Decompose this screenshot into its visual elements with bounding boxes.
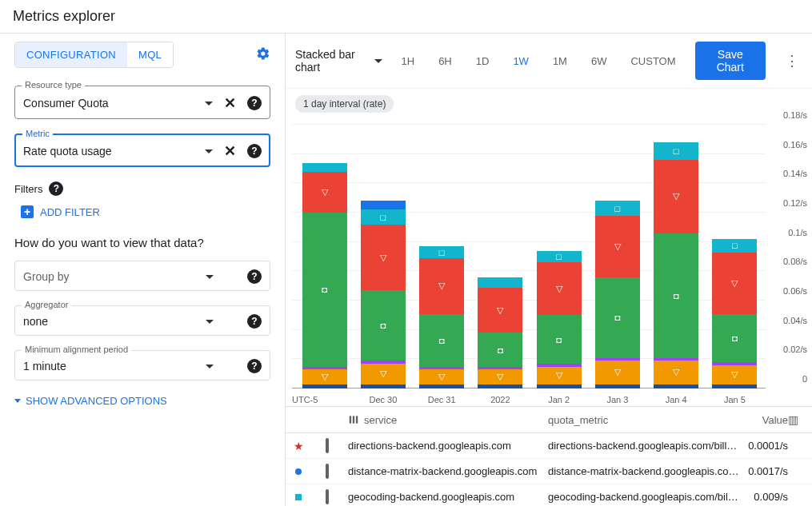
bar-column[interactable]: □▽◘▽ [537, 251, 582, 388]
min-align-label: Minimum alignment period [22, 345, 131, 354]
legend-quota-metric: distance-matrix-backend.googleapis.com/l [548, 465, 740, 477]
view-question: How do you want to view that data? [14, 236, 270, 249]
bar-column[interactable]: □▽◘▽ [419, 246, 464, 388]
x-tick-label: Dec 31 [419, 395, 464, 404]
bar-segment-orange-a: ▽ [361, 364, 406, 384]
help-icon[interactable]: ? [247, 96, 262, 110]
chevron-down-icon[interactable] [206, 275, 214, 279]
bar-segment-teal-a: □ [712, 239, 757, 253]
configuration-panel: CONFIGURATION MQL Resource type Consumer… [0, 34, 286, 506]
bar-segment-green-a: ◘ [419, 314, 464, 367]
bar-segment-red-a: ▽ [419, 258, 464, 314]
series-marker-icon [294, 492, 303, 502]
x-tick-label: 2022 [478, 395, 522, 404]
col-value: Value [740, 414, 788, 426]
resource-type-field[interactable]: Resource type Consumer Quota ✕ ? [14, 86, 270, 119]
bar-segment-orange-a: ▽ [712, 365, 757, 384]
chart-type-label: Stacked bar chart [295, 48, 370, 74]
min-align-field[interactable]: Minimum alignment period 1 minute ? [14, 350, 270, 380]
bar-segment-orange-a: ▽ [302, 369, 347, 384]
legend-value: 0.009/s [740, 491, 788, 503]
y-tick-label: 0.08/s [783, 257, 807, 266]
chevron-down-icon[interactable] [206, 320, 214, 324]
bar-segment-red-a: ▽ [654, 160, 698, 233]
chart-type-selector[interactable]: Stacked bar chart [295, 48, 382, 74]
bar-segment-navy-a [419, 384, 464, 389]
chevron-down-icon[interactable] [205, 149, 213, 153]
bar-segment-teal-a [302, 163, 347, 172]
y-tick-label: 0 [802, 374, 807, 384]
chart-toolbar: Stacked bar chart 1H6H1D1W1M6WCUSTOM Sav… [286, 34, 812, 89]
bar-segment-orange-a: ▽ [595, 361, 640, 384]
legend-quota-metric: geocoding-backend.googleapis.com/billabl [548, 491, 740, 503]
group-by-field[interactable]: Group by ? [14, 261, 270, 291]
save-chart-button[interactable]: Save Chart [695, 42, 766, 80]
tab-configuration[interactable]: CONFIGURATION [15, 42, 127, 67]
bar-column[interactable]: □▽◘▽ [361, 201, 406, 388]
bar-column[interactable]: □▽◘▽ [712, 239, 757, 388]
close-icon[interactable]: ✕ [224, 94, 236, 112]
series-checkbox[interactable] [326, 464, 329, 479]
add-filter-button[interactable]: + ADD FILTER [21, 205, 270, 218]
help-icon[interactable]: ? [247, 144, 262, 158]
bar-segment-blue-a [361, 201, 406, 209]
chevron-down-icon[interactable] [206, 365, 214, 369]
more-options-icon[interactable]: ⋮ [782, 52, 802, 70]
range-custom[interactable]: CUSTOM [627, 50, 678, 72]
bar-segment-navy-a [361, 384, 406, 389]
legend-row[interactable]: distance-matrix-backend.googleapis.comdi… [286, 459, 812, 484]
resource-type-label: Resource type [22, 80, 85, 90]
x-tick-label: Jan 2 [537, 395, 582, 404]
range-1d[interactable]: 1D [473, 50, 493, 72]
help-icon[interactable]: ? [247, 269, 262, 284]
legend-service: distance-matrix-backend.googleapis.com [348, 465, 548, 477]
x-tick-label: Jan 4 [654, 395, 698, 404]
gear-icon[interactable] [256, 46, 270, 63]
help-icon[interactable]: ? [247, 314, 262, 329]
metric-field[interactable]: Metric Rate quota usage ✕ ? [14, 133, 270, 167]
aggregator-field[interactable]: Aggregator none ? [14, 305, 270, 336]
legend-quota-metric: directions-backend.googleapis.com/billab… [548, 440, 740, 452]
range-1w[interactable]: 1W [510, 50, 532, 72]
help-icon[interactable]: ? [247, 359, 262, 373]
bar-column[interactable]: ▽◘▽ [478, 277, 522, 388]
show-advanced-options[interactable]: SHOW ADVANCED OPTIONS [14, 395, 270, 407]
tab-mql[interactable]: MQL [127, 42, 173, 67]
x-tick-label [302, 395, 347, 404]
bar-segment-red-a: ▽ [595, 216, 640, 277]
series-checkbox[interactable] [326, 438, 329, 453]
close-icon[interactable]: ✕ [224, 142, 236, 160]
help-icon[interactable]: ? [49, 181, 63, 196]
range-1h[interactable]: 1H [398, 50, 418, 72]
page-title: Metrics explorer [0, 0, 812, 34]
y-tick-label: 0.06/s [783, 286, 807, 296]
series-checkbox[interactable] [326, 489, 329, 504]
bar-column[interactable]: □▽◘▽ [654, 142, 698, 388]
chart-panel: Stacked bar chart 1H6H1D1W1M6WCUSTOM Sav… [286, 34, 812, 506]
filters-heading: Filters ? [14, 181, 270, 196]
legend-row[interactable]: ★directions-backend.googleapis.comdirect… [286, 433, 812, 459]
legend-row[interactable]: geocoding-backend.googleapis.comgeocodin… [286, 484, 812, 506]
y-tick-label: 0.18/s [783, 110, 807, 120]
range-6h[interactable]: 6H [435, 50, 455, 72]
svg-rect-1 [353, 416, 354, 423]
min-align-value: 1 minute [23, 360, 66, 373]
bar-segment-navy-a [537, 384, 582, 389]
metric-label: Metric [22, 129, 53, 138]
bar-segment-green-a: ◘ [595, 277, 640, 358]
bar-segment-green-a: ◘ [302, 213, 347, 367]
bar-segment-orange-a: ▽ [419, 369, 464, 384]
bar-segment-red-a: ▽ [361, 225, 406, 291]
bar-segment-teal-a [478, 277, 522, 288]
config-tabs: CONFIGURATION MQL [14, 42, 174, 68]
series-marker-icon: ★ [294, 441, 303, 451]
legend-value: 0.0017/s [740, 465, 788, 477]
add-filter-label: ADD FILTER [40, 206, 100, 218]
bar-segment-orange-a: ▽ [537, 367, 582, 384]
chevron-down-icon[interactable] [205, 102, 213, 106]
column-settings-icon[interactable]: ▥ [788, 413, 804, 426]
range-1m[interactable]: 1M [550, 50, 570, 72]
bar-column[interactable]: ▽◘▽ [302, 163, 347, 388]
bar-column[interactable]: □▽◘▽ [595, 201, 640, 388]
range-6w[interactable]: 6W [588, 50, 610, 72]
